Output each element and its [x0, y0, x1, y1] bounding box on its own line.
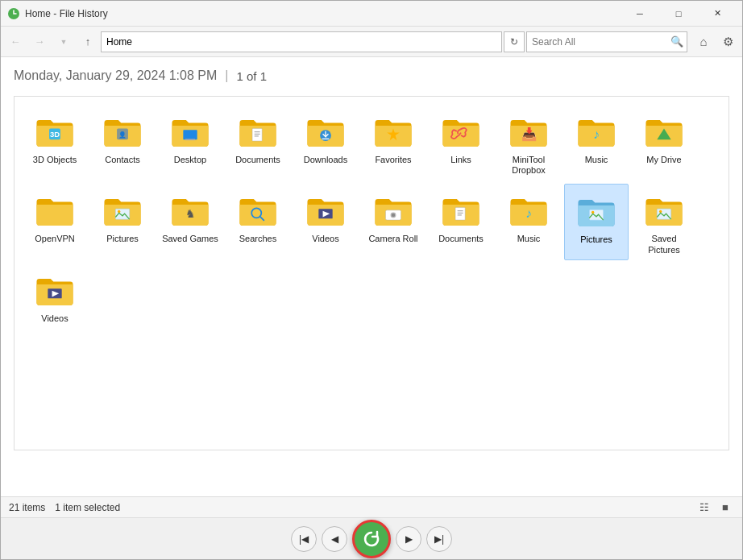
selected-info: 1 item selected — [55, 502, 120, 513]
file-label-documents: Documents — [235, 155, 280, 165]
file-icon-downloads — [305, 110, 347, 151]
close-button[interactable]: ✕ — [699, 1, 736, 27]
file-icon-my-drive — [643, 110, 685, 151]
file-item-documents2[interactable]: Documents — [429, 184, 493, 259]
address-input[interactable] — [101, 31, 502, 52]
file-item-minitool-dropbox[interactable]: 📥 MiniTool Dropbox — [496, 105, 561, 180]
file-icon-music1: ♪ — [575, 110, 617, 151]
window-title: Home - File History — [25, 8, 621, 19]
file-icon-3d-objects: 3D — [34, 110, 76, 151]
file-icon-searches — [237, 189, 279, 230]
refresh-button[interactable]: ↻ — [504, 31, 525, 52]
svg-rect-6 — [185, 139, 195, 140]
svg-rect-7 — [252, 128, 262, 141]
file-label-openvpn: OpenVPN — [35, 234, 75, 244]
title-bar: Home - File History ─ □ ✕ — [1, 1, 742, 27]
file-label-favorites: Favorites — [375, 155, 411, 165]
prev-button[interactable]: ◀ — [322, 526, 347, 552]
file-label-my-drive: My Drive — [646, 155, 681, 165]
svg-text:3D: 3D — [50, 130, 60, 139]
file-icon-contacts: 👤 — [102, 110, 143, 151]
up-button[interactable]: ↑ — [77, 31, 99, 53]
settings-icon-button[interactable]: ⚙ — [716, 31, 739, 53]
file-item-my-drive[interactable]: My Drive — [632, 105, 696, 180]
svg-rect-5 — [183, 130, 197, 139]
file-icon-videos1 — [305, 189, 347, 230]
file-item-videos2[interactable]: Videos — [23, 263, 87, 329]
file-item-desktop[interactable]: Desktop — [158, 105, 222, 180]
search-icon-button[interactable]: 🔍 — [668, 33, 686, 51]
file-icon-camera-roll — [372, 189, 414, 230]
next-button[interactable]: ▶ — [396, 526, 421, 552]
file-item-music2[interactable]: ♪ Music — [496, 184, 561, 259]
file-item-saved-games[interactable]: ♞ Saved Games — [158, 184, 222, 259]
file-label-pictures1: Pictures — [106, 234, 139, 244]
last-button[interactable]: ▶| — [426, 526, 452, 552]
file-icon-saved-games: ♞ — [169, 189, 211, 230]
file-label-contacts: Contacts — [105, 155, 139, 165]
file-item-openvpn[interactable]: OpenVPN — [23, 184, 87, 259]
file-item-videos1[interactable]: Videos — [293, 184, 358, 259]
bottom-controls: |◀ ◀ ▶ ▶| — [1, 517, 742, 559]
separator: | — [225, 68, 228, 83]
content-area: 3D 3D Objects 👤 Contacts Desktop Documen… — [1, 89, 742, 496]
view-details-button[interactable]: ☷ — [695, 500, 713, 516]
file-item-downloads[interactable]: Downloads — [293, 105, 358, 180]
file-label-minitool-dropbox: MiniTool Dropbox — [500, 155, 558, 176]
file-label-searches: Searches — [239, 234, 276, 244]
items-count: 21 items — [9, 502, 45, 513]
file-item-3d-objects[interactable]: 3D 3D Objects — [23, 105, 87, 180]
file-label-saved-pictures: Saved Pictures — [635, 234, 693, 255]
file-item-camera-roll[interactable]: Camera Roll — [361, 184, 425, 259]
file-item-links[interactable]: Links — [429, 105, 493, 180]
file-icon-favorites — [372, 110, 414, 151]
svg-rect-27 — [455, 208, 465, 221]
restore-files-button[interactable] — [352, 520, 391, 558]
status-bar: 21 items 1 item selected ☷ ■ — [1, 496, 742, 517]
home-icon-button[interactable]: ⌂ — [692, 31, 715, 53]
file-label-music1: Music — [585, 155, 608, 165]
file-icon-pictures2 — [575, 189, 617, 231]
svg-text:👤: 👤 — [118, 131, 127, 139]
restore-icon — [360, 528, 383, 550]
svg-text:♪: ♪ — [593, 127, 600, 141]
file-item-documents[interactable]: Documents — [226, 105, 290, 180]
search-input[interactable] — [526, 31, 687, 52]
file-item-contacts[interactable]: 👤 Contacts — [90, 105, 155, 180]
file-item-music1[interactable]: ♪ Music — [564, 105, 629, 180]
svg-point-26 — [392, 214, 395, 217]
file-item-pictures1[interactable]: Pictures — [90, 184, 155, 259]
file-icon-desktop — [169, 110, 211, 151]
status-bar-right: ☷ ■ — [695, 500, 734, 516]
file-item-searches[interactable]: Searches — [226, 184, 290, 259]
back-button[interactable]: ← — [4, 31, 27, 53]
file-icon-pictures1 — [102, 189, 143, 230]
restore-button[interactable]: □ — [660, 1, 697, 27]
file-icon-minitool-dropbox: 📥 — [508, 110, 550, 151]
view-icons-button[interactable]: ■ — [716, 500, 734, 516]
window-controls: ─ □ ✕ — [621, 1, 736, 27]
file-icon-music2: ♪ — [508, 189, 550, 230]
date-header: Monday, January 29, 2024 1:08 PM | 1 of … — [1, 57, 742, 89]
svg-text:📥: 📥 — [521, 127, 538, 142]
svg-text:♪: ♪ — [525, 206, 532, 220]
toolbar-right: ⌂ ⚙ — [692, 31, 739, 53]
forward-button[interactable]: → — [28, 31, 51, 53]
file-label-pictures2: Pictures — [580, 234, 612, 245]
page-info: 1 of 1 — [236, 69, 267, 83]
file-item-saved-pictures[interactable]: Saved Pictures — [632, 184, 696, 259]
first-button[interactable]: |◀ — [291, 526, 317, 552]
app-icon — [7, 7, 20, 20]
file-item-pictures2[interactable]: Pictures — [564, 184, 629, 259]
file-label-3d-objects: 3D Objects — [33, 155, 77, 165]
svg-text:♞: ♞ — [185, 207, 196, 220]
file-label-documents2: Documents — [438, 234, 484, 244]
minimize-button[interactable]: ─ — [621, 1, 658, 27]
recent-button[interactable]: ▼ — [52, 31, 75, 53]
search-wrapper: 🔍 — [526, 31, 687, 52]
file-label-camera-roll: Camera Roll — [368, 234, 417, 244]
file-item-favorites[interactable]: Favorites — [361, 105, 425, 180]
file-grid-container: 3D 3D Objects 👤 Contacts Desktop Documen… — [14, 96, 729, 450]
file-icon-openvpn — [34, 189, 76, 230]
file-label-desktop: Desktop — [174, 155, 206, 165]
